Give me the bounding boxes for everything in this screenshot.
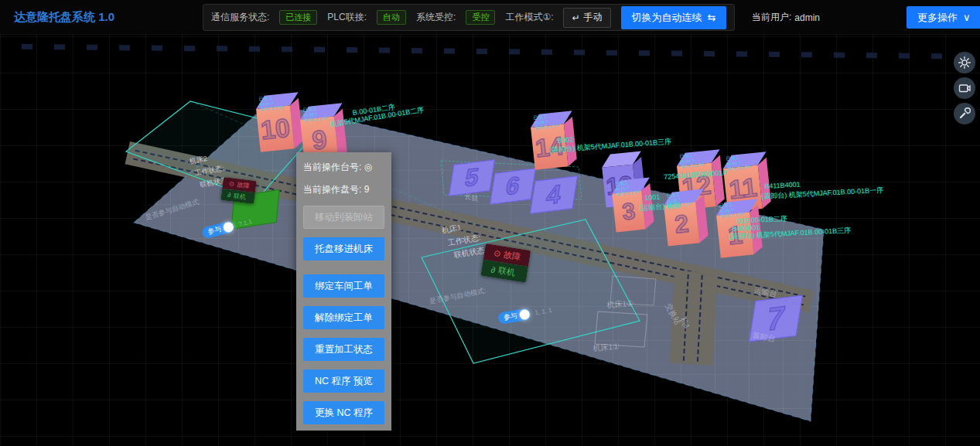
gear-icon bbox=[958, 56, 971, 70]
scene-3d-view[interactable]: 机床2 工作状态: 联机状态: ⊙故障 ∂联机 机床1 工作状态: 联机状态: … bbox=[0, 0, 980, 446]
fault-icon: ⊙ bbox=[228, 180, 234, 188]
fault-badge: 故障 bbox=[503, 249, 521, 263]
pallet-cube-10[interactable]: 10已加工RUN:?参与:2.1.## bbox=[254, 92, 303, 152]
cube-status-tag: 已加工RUN:?参与:2.1.## bbox=[258, 94, 283, 112]
wrench-icon bbox=[958, 107, 971, 121]
link-icon: ∂ bbox=[490, 264, 496, 274]
system-control-badge: 受控 bbox=[466, 10, 495, 25]
pallet-number: 6 bbox=[504, 171, 522, 201]
menu-action-2[interactable]: 解除绑定工单 bbox=[303, 306, 384, 329]
work-mode-label: 工作模式①: bbox=[505, 11, 553, 24]
more-actions-button[interactable]: 更多操作 ∨ bbox=[907, 6, 980, 29]
area-label: 机床1① bbox=[606, 298, 633, 311]
floor-pallet-5[interactable]: 5 bbox=[449, 159, 495, 196]
machine-2-status-badges: ⊙故障 ∂联机 bbox=[220, 177, 256, 204]
station-value: ◎ bbox=[364, 162, 372, 172]
comm-status-badge: 已连接 bbox=[279, 10, 317, 25]
system-control-label: 系统受控: bbox=[416, 11, 456, 24]
toggle-label: 参与 bbox=[503, 311, 518, 323]
tools-fab[interactable] bbox=[954, 103, 975, 124]
enter-key-icon: ↵ bbox=[572, 12, 579, 23]
menu-action-5[interactable]: 更换 NC 程序 bbox=[303, 401, 384, 424]
move-to-loading-station-button[interactable]: 移动到装卸站 bbox=[303, 206, 384, 229]
pallet-context-menu: 当前操作台号: ◎ 当前操作盘号: 9 移动到装卸站 托盘移进机床 绑定车间工单… bbox=[296, 152, 391, 431]
switch-auto-continuous-button[interactable]: 切换为自动连续 ⇆ bbox=[621, 6, 727, 29]
online-badge: 联机 bbox=[497, 264, 516, 278]
more-actions-label: 更多操作 bbox=[917, 11, 958, 25]
pallet-number: 5 bbox=[463, 162, 481, 192]
cube-status-tag: 已加工RUN:?参与:2.1.## bbox=[615, 179, 640, 197]
cube-status-tag: 已加工RUN:?参与:2.1.## bbox=[534, 113, 558, 131]
pallet-cube-2[interactable]: 2已加工RUN:?参与:2.1.## bbox=[663, 189, 709, 246]
machine-1-status-badges: ⊙故障 ∂联机 bbox=[480, 243, 531, 283]
pallet-into-machine-button[interactable]: 托盘移进机床 bbox=[303, 237, 384, 260]
plc-link-badge: 自动 bbox=[377, 10, 406, 25]
cube-status-tag: 已加工RUN:?参与:2.1.## bbox=[726, 154, 750, 172]
online-badge: 联机 bbox=[233, 192, 246, 202]
cube-front-face: 10 bbox=[256, 105, 295, 152]
toggle-knob bbox=[519, 309, 531, 321]
workpiece-label: B411B4001 bbox=[764, 181, 801, 190]
user-value: admin bbox=[794, 12, 820, 23]
menu-action-3[interactable]: 重置加工状态 bbox=[303, 338, 384, 361]
pallet-label: 当前操作盘号: bbox=[303, 184, 361, 195]
floor-pallet-6[interactable]: 6 bbox=[490, 168, 536, 205]
menu-action-1[interactable]: 绑定车间工单 bbox=[303, 274, 384, 298]
status-bar: 通信服务状态: 已连接 PLC联接: 自动 系统受控: 受控 工作模式①: ↵ … bbox=[203, 4, 735, 31]
switch-label: 切换为自动连续 bbox=[632, 11, 702, 25]
floor-pallet-4[interactable]: 4 bbox=[530, 175, 578, 214]
toggle-knob bbox=[222, 221, 234, 233]
app-title: 达意隆托盘系统 1.0 bbox=[14, 10, 114, 25]
cube-status-tag: 已加工RUN:?参与:2.1.## bbox=[679, 152, 704, 169]
toggle-suffix: 1, 1, 1 bbox=[534, 307, 552, 316]
workpiece-label: 1001 bbox=[644, 193, 661, 202]
area-label: 机床1① bbox=[592, 342, 620, 354]
pallet-number: 4 bbox=[545, 179, 563, 210]
cube-number: 10 bbox=[256, 105, 295, 152]
station-label: 当前操作台号: bbox=[303, 162, 361, 172]
settings-fab[interactable] bbox=[954, 52, 975, 73]
cube-status-tag: 已加工RUN:?参与:2.1.## bbox=[302, 105, 327, 123]
chevron-down-icon: ∨ bbox=[963, 12, 971, 23]
pallet-value: 9 bbox=[364, 184, 370, 195]
fault-icon: ⊙ bbox=[493, 248, 501, 259]
link-icon: ∂ bbox=[227, 192, 231, 199]
comm-status-label: 通信服务状态: bbox=[211, 11, 269, 24]
fault-badge: 故障 bbox=[237, 180, 250, 190]
manual-mode-label: 手动 bbox=[584, 11, 603, 24]
manual-mode-button[interactable]: ↵ 手动 bbox=[563, 8, 610, 28]
plc-link-label: PLC联接: bbox=[327, 11, 367, 24]
distant-conveyor-dashes bbox=[0, 43, 967, 59]
user-label: 当前用户: bbox=[752, 11, 791, 24]
camera-fab[interactable] bbox=[954, 77, 975, 99]
camera-icon bbox=[958, 81, 971, 95]
toggle-suffix: ?.1.1 bbox=[237, 218, 252, 228]
current-user: 当前用户: admin bbox=[752, 0, 820, 35]
top-header-bar: 达意隆托盘系统 1.0 通信服务状态: 已连接 PLC联接: 自动 系统受控: … bbox=[0, 0, 980, 35]
menu-action-4[interactable]: NC 程序 预览 bbox=[303, 369, 384, 393]
machine-1-info: 机床1 工作状态: 联机状态: bbox=[441, 219, 488, 264]
switch-loop-icon: ⇆ bbox=[708, 12, 716, 23]
